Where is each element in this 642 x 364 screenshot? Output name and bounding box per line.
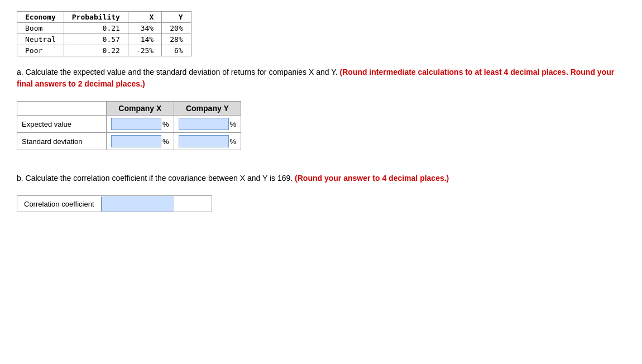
economy-neutral: Neutral bbox=[17, 34, 64, 45]
x-poor: -25% bbox=[128, 45, 161, 56]
prob-neutral: 0.57 bbox=[64, 34, 128, 45]
std-deviation-y-percent: % bbox=[230, 137, 237, 146]
y-neutral: 28% bbox=[162, 34, 191, 45]
std-deviation-label: Standard deviation bbox=[17, 133, 107, 150]
x-neutral: 14% bbox=[128, 34, 161, 45]
std-deviation-row: Standard deviation % % bbox=[17, 133, 241, 150]
economy-data-table: Economy Probability X Y Boom 0.21 34% 20… bbox=[17, 11, 191, 56]
expected-value-label: Expected value bbox=[17, 116, 107, 133]
part-b-instruction-normal: b. Calculate the correlation coefficient… bbox=[17, 174, 293, 183]
col-header-y: Y bbox=[162, 12, 191, 23]
y-boom: 20% bbox=[162, 23, 191, 34]
economy-boom: Boom bbox=[17, 23, 64, 34]
expected-value-x-percent: % bbox=[162, 120, 169, 128]
correlation-coefficient-container: Correlation coefficient bbox=[17, 195, 212, 212]
expected-value-y-cell: % bbox=[174, 116, 241, 133]
economy-poor: Poor bbox=[17, 45, 64, 56]
empty-header-cell bbox=[17, 102, 107, 116]
company-y-header: Company Y bbox=[174, 102, 241, 116]
part-b-instruction: b. Calculate the correlation coefficient… bbox=[17, 173, 625, 184]
table-row: Boom 0.21 34% 20% bbox=[17, 23, 191, 34]
part-a-instruction-normal: a. Calculate the expected value and the … bbox=[17, 68, 338, 76]
std-deviation-x-percent: % bbox=[162, 137, 169, 146]
table-row: Poor 0.22 -25% 6% bbox=[17, 45, 191, 56]
expected-value-x-input[interactable] bbox=[111, 118, 161, 130]
expected-value-y-percent: % bbox=[230, 120, 237, 128]
std-deviation-x-cell: % bbox=[107, 133, 174, 150]
col-header-probability: Probability bbox=[64, 12, 128, 23]
part-b-instruction-bold: (Round your answer to 4 decimal places.) bbox=[295, 174, 449, 183]
prob-poor: 0.22 bbox=[64, 45, 128, 56]
col-header-economy: Economy bbox=[17, 12, 64, 23]
expected-value-x-cell: % bbox=[107, 116, 174, 133]
expected-value-row: Expected value % % bbox=[17, 116, 241, 133]
col-header-x: X bbox=[128, 12, 161, 23]
part-a-instruction: a. Calculate the expected value and the … bbox=[17, 66, 625, 90]
correlation-coefficient-label: Correlation coefficient bbox=[17, 197, 102, 211]
table-row: Neutral 0.57 14% 28% bbox=[17, 34, 191, 45]
y-poor: 6% bbox=[162, 45, 191, 56]
std-deviation-y-input[interactable] bbox=[179, 135, 229, 147]
expected-value-y-input[interactable] bbox=[179, 118, 229, 130]
prob-boom: 0.21 bbox=[64, 23, 128, 34]
company-x-header: Company X bbox=[107, 102, 174, 116]
std-deviation-x-input[interactable] bbox=[111, 135, 161, 147]
x-boom: 34% bbox=[128, 23, 161, 34]
correlation-coefficient-input[interactable] bbox=[102, 196, 174, 212]
answer-table-part-a: Company X Company Y Expected value % % S… bbox=[17, 101, 241, 150]
std-deviation-y-cell: % bbox=[174, 133, 241, 150]
